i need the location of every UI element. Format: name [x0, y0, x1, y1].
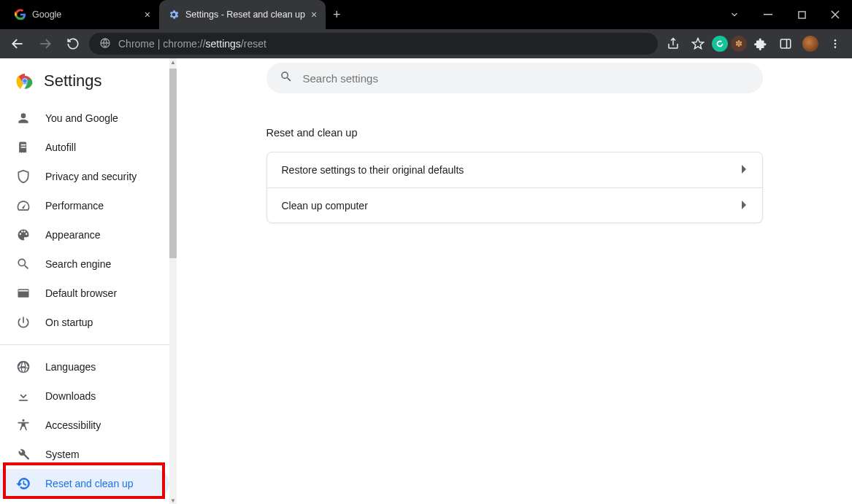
sidebar-item-languages[interactable]: Languages — [0, 352, 169, 381]
row-restore-defaults[interactable]: Restore settings to their original defau… — [267, 152, 762, 187]
extensions-button[interactable] — [750, 33, 772, 55]
minimize-button[interactable] — [751, 0, 785, 29]
maximize-button[interactable] — [785, 0, 818, 29]
browser-icon — [16, 286, 31, 301]
restore-icon — [16, 476, 31, 491]
svg-rect-0 — [764, 14, 772, 15]
sidebar-item-label: Search engine — [45, 258, 111, 270]
autofill-icon — [16, 140, 31, 155]
tab-title: Google — [32, 9, 61, 20]
window-controls — [718, 0, 852, 29]
shield-icon — [16, 169, 31, 184]
sidebar-item-system[interactable]: System — [0, 440, 169, 469]
sidebar-item-label: Downloads — [45, 390, 96, 402]
chevron-right-icon — [742, 200, 748, 212]
person-icon — [16, 111, 31, 125]
chrome-menu-button[interactable] — [824, 33, 846, 55]
row-label: Restore settings to their original defau… — [282, 164, 464, 176]
sidebar-item-label: Reset and clean up — [45, 478, 134, 489]
sidebar-item-label: Accessibility — [45, 419, 101, 431]
scroll-up-icon[interactable]: ▲ — [169, 58, 177, 66]
sidebar-item-on-startup[interactable]: On startup — [0, 308, 169, 337]
chevron-right-icon — [742, 164, 748, 176]
extension-2-icon[interactable]: ✽ — [731, 36, 747, 52]
search-icon — [280, 70, 293, 86]
settings-search[interactable] — [266, 63, 763, 93]
profile-avatar[interactable] — [799, 33, 821, 55]
row-clean-up-computer[interactable]: Clean up computer — [267, 187, 762, 222]
bookmark-star-button[interactable] — [687, 33, 709, 55]
sidebar-item-privacy[interactable]: Privacy and security — [0, 162, 169, 191]
svg-point-16 — [23, 79, 27, 83]
sidebar-item-label: Appearance — [45, 229, 101, 241]
wrench-icon — [16, 447, 31, 462]
sidebar-item-label: Performance — [45, 200, 104, 212]
chrome-logo-icon — [16, 72, 34, 90]
browser-toolbar: Chrome | chrome://settings/reset ✽ — [0, 29, 852, 58]
sidebar-item-label: Default browser — [45, 287, 117, 299]
sidebar-item-label: Autofill — [45, 141, 76, 153]
sidebar-separator — [0, 344, 169, 345]
settings-main: Reset and clean up Restore settings to t… — [177, 58, 852, 504]
settings-brand: Settings — [0, 58, 169, 104]
sidebar-item-label: You and Google — [45, 112, 118, 124]
sidebar-item-autofill[interactable]: Autofill — [0, 133, 169, 162]
google-favicon-icon — [15, 9, 26, 20]
svg-point-12 — [834, 43, 837, 45]
sidebar-item-appearance[interactable]: Appearance — [0, 220, 169, 249]
close-tab-icon[interactable]: × — [311, 9, 317, 20]
site-info-icon[interactable] — [99, 37, 111, 51]
settings-content: Settings You and Google Autofill Privacy… — [0, 58, 852, 504]
settings-favicon-icon — [168, 9, 180, 20]
close-tab-icon[interactable]: × — [145, 9, 150, 20]
sidebar-item-label: Languages — [45, 361, 96, 373]
palette-icon — [16, 228, 31, 242]
sidebar-item-label: Privacy and security — [45, 171, 137, 182]
tab-search-button[interactable] — [718, 9, 751, 20]
forward-button[interactable] — [34, 32, 57, 55]
scroll-down-icon[interactable]: ▼ — [169, 497, 177, 504]
share-button[interactable] — [662, 33, 684, 55]
sidebar-item-accessibility[interactable]: Accessibility — [0, 411, 169, 440]
svg-rect-1 — [798, 11, 805, 18]
sidebar-container: Settings You and Google Autofill Privacy… — [0, 58, 177, 504]
globe-icon — [16, 360, 31, 374]
sidebar-item-default-browser[interactable]: Default browser — [0, 279, 169, 308]
sidebar-scrollbar-thumb[interactable] — [169, 69, 177, 258]
tab-strip: Google × Settings - Reset and clean up ×… — [0, 0, 348, 29]
svg-marker-8 — [693, 39, 704, 49]
row-label: Clean up computer — [282, 200, 368, 212]
side-panel-button[interactable] — [775, 33, 797, 55]
accessibility-icon — [16, 418, 31, 433]
address-bar[interactable]: Chrome | chrome://settings/reset — [89, 33, 658, 55]
sidebar-item-you-and-google[interactable]: You and Google — [0, 104, 169, 133]
sidebar-item-performance[interactable]: Performance — [0, 191, 169, 220]
svg-rect-9 — [780, 39, 791, 48]
power-icon — [16, 315, 31, 330]
window-titlebar: Google × Settings - Reset and clean up ×… — [0, 0, 852, 29]
svg-point-11 — [834, 39, 837, 42]
reset-card: Restore settings to their original defau… — [266, 152, 763, 223]
download-icon — [16, 389, 31, 403]
sidebar-item-downloads[interactable]: Downloads — [0, 381, 169, 411]
speed-icon — [16, 198, 31, 213]
sidebar-item-reset-cleanup[interactable]: Reset and clean up — [0, 469, 169, 498]
reload-button[interactable] — [61, 32, 85, 55]
page-title: Settings — [44, 71, 102, 90]
new-tab-button[interactable]: + — [326, 0, 348, 29]
search-icon — [16, 257, 31, 271]
sidebar-item-label: System — [45, 449, 80, 460]
sidebar-menu: You and Google Autofill Privacy and secu… — [0, 104, 169, 498]
tab-settings[interactable]: Settings - Reset and clean up × — [159, 0, 326, 29]
sidebar-item-label: On startup — [45, 317, 93, 328]
tab-google[interactable]: Google × — [6, 0, 159, 29]
section-heading: Reset and clean up — [266, 127, 763, 139]
svg-point-13 — [834, 46, 837, 48]
extension-grammarly-icon[interactable] — [712, 36, 728, 52]
sidebar-item-search-engine[interactable]: Search engine — [0, 249, 169, 279]
url-text: Chrome | chrome://settings/reset — [118, 38, 266, 50]
close-window-button[interactable] — [818, 0, 852, 29]
tab-title: Settings - Reset and clean up — [185, 9, 305, 20]
back-button[interactable] — [6, 32, 29, 55]
settings-search-input[interactable] — [303, 72, 750, 85]
